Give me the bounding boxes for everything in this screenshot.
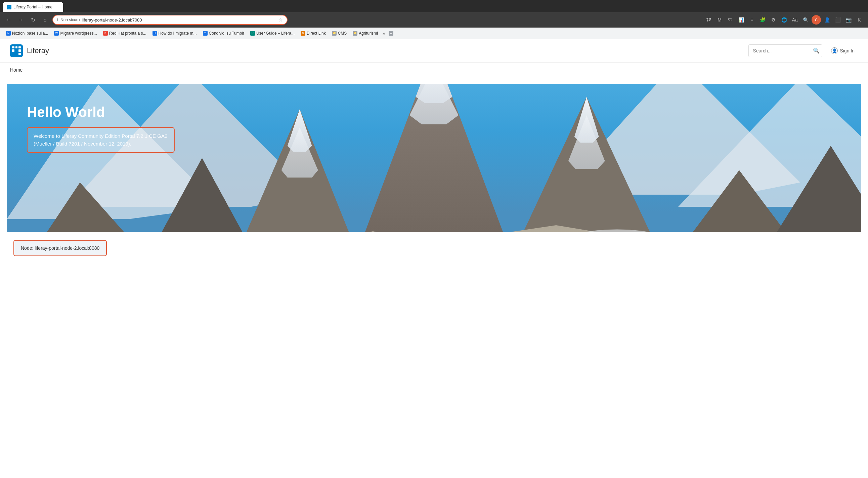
bookmark-label-6: User Guide – Lifera... xyxy=(256,31,294,36)
bookmarks-bar: N Nozioni base sulla... W Migrare wordpr… xyxy=(0,28,868,39)
extension-icon-8[interactable]: 🌐 xyxy=(779,15,789,25)
extension-icon-11[interactable]: C xyxy=(812,15,821,25)
extension-icon-1[interactable]: 🗺 xyxy=(704,15,713,25)
liferay-header: Liferay 🔍 👤 Sign In xyxy=(0,39,868,62)
bookmark-favicon-last: A xyxy=(389,31,393,36)
hero-content: Hello World Welcome to Liferay Community… xyxy=(27,104,175,153)
bookmark-favicon-7: D xyxy=(301,31,305,36)
menu-button[interactable]: K xyxy=(855,15,864,25)
extension-icon-2[interactable]: M xyxy=(715,15,724,25)
liferay-logo[interactable]: Liferay xyxy=(10,44,49,57)
browser-icons-right: 🗺 M 🛡 📊 ≡ 🧩 ⚙ 🌐 Aa 🔍 C 👤 ⬛ 📷 K xyxy=(704,15,864,25)
hero-welcome-box: Welcome to Liferay Community Edition Por… xyxy=(27,127,175,153)
browser-chrome: 🌐 Liferay Portal – Home ← → ↻ ⌂ ℹ Non si… xyxy=(0,0,868,39)
bookmark-item-3[interactable]: R Red Hat pronta a s... xyxy=(100,30,149,37)
node-bar-label: Node: liferay-portal-node-2.local:8080 xyxy=(21,245,99,251)
url-bar[interactable]: ℹ Non sicuro liferay-portal-node-2.local… xyxy=(53,15,287,25)
extension-icon-13[interactable]: ⬛ xyxy=(833,15,842,25)
bookmark-favicon-9: 📁 xyxy=(353,31,358,36)
hero-title: Hello World xyxy=(27,104,175,120)
bookmark-item-2[interactable]: W Migrare wordpress... xyxy=(52,30,99,37)
bookmark-label-8: CMS xyxy=(338,31,347,36)
bookmark-item-9[interactable]: 📁 Agriturismi xyxy=(350,30,380,37)
forward-button[interactable]: → xyxy=(16,15,26,25)
signin-button[interactable]: 👤 Sign In xyxy=(828,46,858,56)
bookmark-direct-link[interactable]: D Direct Link xyxy=(298,30,329,37)
bookmark-favicon-4: H xyxy=(153,31,157,36)
browser-tab-active[interactable]: 🌐 Liferay Portal – Home xyxy=(3,2,63,12)
bookmarks-more-icon[interactable]: » xyxy=(382,31,385,36)
security-icon: ℹ xyxy=(57,18,58,22)
reload-button[interactable]: ↻ xyxy=(28,15,38,25)
bookmark-item-last[interactable]: A xyxy=(386,30,396,37)
bookmark-label-9: Agriturismi xyxy=(359,31,378,36)
header-search: 🔍 👤 Sign In xyxy=(748,44,858,57)
logo-grid-icon xyxy=(10,44,23,57)
search-input[interactable] xyxy=(748,44,822,57)
extension-icon-10[interactable]: 🔍 xyxy=(801,15,810,25)
tab-favicon: 🌐 xyxy=(7,5,11,9)
bookmark-item-4[interactable]: H How do I migrate m... xyxy=(150,30,199,37)
hero-welcome-text: Welcome to Liferay Community Edition Por… xyxy=(34,132,168,148)
browser-tab-bar: 🌐 Liferay Portal – Home xyxy=(0,0,868,12)
bookmark-item-5[interactable]: T Condividi su Tumblr xyxy=(200,30,247,37)
bookmark-favicon-6: U xyxy=(250,31,255,36)
bookmark-favicon-1: N xyxy=(6,31,11,36)
signin-icon: 👤 xyxy=(831,48,838,54)
bookmark-favicon-3: R xyxy=(103,31,108,36)
nav-home-link[interactable]: Home xyxy=(10,63,23,77)
bookmark-favicon-8: 📁 xyxy=(332,31,337,36)
star-icon[interactable]: ☆ xyxy=(278,17,283,23)
browser-address-bar: ← → ↻ ⌂ ℹ Non sicuro liferay-portal-node… xyxy=(0,12,868,28)
bookmark-item-6[interactable]: U User Guide – Lifera... xyxy=(248,30,297,37)
logo-text: Liferay xyxy=(27,47,49,55)
bookmark-label-1: Nozioni base sulla... xyxy=(12,31,48,36)
bookmark-item-8[interactable]: 📁 CMS xyxy=(329,30,350,37)
hero-banner: Hello World Welcome to Liferay Community… xyxy=(7,84,861,232)
bookmark-label-4: How do I migrate m... xyxy=(159,31,197,36)
signin-label: Sign In xyxy=(840,48,855,54)
bookmark-favicon-2: W xyxy=(54,31,59,36)
bookmark-item-1[interactable]: N Nozioni base sulla... xyxy=(3,30,51,37)
bookmark-label-3: Red Hat pronta a s... xyxy=(109,31,147,36)
extension-icon-4[interactable]: 📊 xyxy=(736,15,746,25)
extension-icon-14[interactable]: 📷 xyxy=(844,15,853,25)
bookmark-label-5: Condividi su Tumblr xyxy=(209,31,244,36)
tab-label: Liferay Portal – Home xyxy=(13,5,53,9)
extension-icon-3[interactable]: 🛡 xyxy=(725,15,735,25)
back-button[interactable]: ← xyxy=(4,15,13,25)
search-box: 🔍 xyxy=(748,44,822,57)
extension-icon-5[interactable]: ≡ xyxy=(747,15,756,25)
extension-icon-6[interactable]: 🧩 xyxy=(758,15,767,25)
security-label: Non sicuro xyxy=(60,18,80,22)
bookmark-label-2: Migrare wordpress... xyxy=(60,31,97,36)
url-text[interactable]: liferay-portal-node-2.local:7080 xyxy=(82,18,276,23)
node-bar-wrapper: Node: liferay-portal-node-2.local:8080 xyxy=(0,232,868,264)
page-wrapper: Liferay 🔍 👤 Sign In Home xyxy=(0,39,868,478)
liferay-nav: Home xyxy=(0,62,868,77)
bookmark-label-7: Direct Link xyxy=(307,31,326,36)
bookmark-favicon-5: T xyxy=(203,31,208,36)
node-bar: Node: liferay-portal-node-2.local:8080 xyxy=(13,240,107,256)
home-button[interactable]: ⌂ xyxy=(40,15,50,25)
extension-icon-9[interactable]: Aa xyxy=(790,15,800,25)
search-button[interactable]: 🔍 xyxy=(813,48,819,54)
extension-icon-12[interactable]: 👤 xyxy=(822,15,832,25)
extension-icon-7[interactable]: ⚙ xyxy=(769,15,778,25)
